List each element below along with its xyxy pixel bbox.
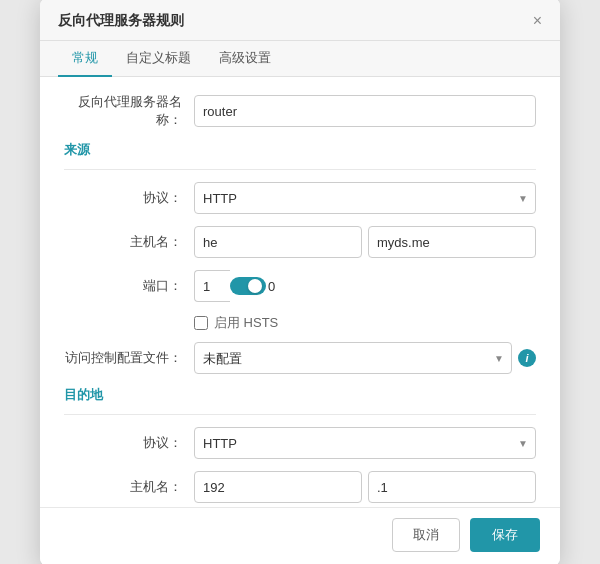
dest-hostname-label: 主机名： <box>64 478 194 496</box>
dest-hostname-input1[interactable] <box>194 471 362 503</box>
hsts-checkbox[interactable] <box>194 316 208 330</box>
dialog-body: 反向代理服务器名称： 来源 协议： HTTP HTTPS ▼ <box>40 77 560 507</box>
dest-protocol-control: HTTP HTTPS ▼ <box>194 427 536 459</box>
dialog-title: 反向代理服务器规则 <box>58 12 184 40</box>
source-protocol-select-wrapper: HTTP HTTPS ▼ <box>194 182 536 214</box>
tab-advanced[interactable]: 高级设置 <box>205 41 285 77</box>
access-control-label: 访问控制配置文件： <box>64 349 194 367</box>
access-control-group: 未配置 ▼ i <box>194 342 536 374</box>
access-control-control: 未配置 ▼ i <box>194 342 536 374</box>
dialog-footer: 取消 保存 <box>40 507 560 564</box>
toggle-track <box>230 277 266 295</box>
dest-hostname-control <box>194 471 536 503</box>
source-hostname-control <box>194 226 536 258</box>
dialog-header: 反向代理服务器规则 × <box>40 0 560 41</box>
access-select[interactable]: 未配置 <box>194 342 512 374</box>
server-name-label: 反向代理服务器名称： <box>64 93 194 129</box>
dest-protocol-select[interactable]: HTTP HTTPS <box>194 427 536 459</box>
dest-protocol-label: 协议： <box>64 434 194 452</box>
source-protocol-select[interactable]: HTTP HTTPS <box>194 182 536 214</box>
toggle-thumb <box>248 279 262 293</box>
source-port-row: 端口： 0 <box>64 270 536 302</box>
reverse-proxy-dialog: 反向代理服务器规则 × 常规 自定义标题 高级设置 反向代理服务器名称： 来源 … <box>40 0 560 564</box>
source-port-suffix: 0 <box>266 279 275 294</box>
dest-section-title: 目的地 <box>64 386 536 404</box>
hsts-row: 启用 HSTS <box>194 314 536 332</box>
access-control-row: 访问控制配置文件： 未配置 ▼ i <box>64 342 536 374</box>
close-button[interactable]: × <box>533 13 542 39</box>
dest-divider <box>64 414 536 415</box>
tab-bar: 常规 自定义标题 高级设置 <box>40 41 560 77</box>
tab-custom-header[interactable]: 自定义标题 <box>112 41 205 77</box>
source-divider <box>64 169 536 170</box>
server-name-input[interactable] <box>194 95 536 127</box>
source-port-control: 0 <box>194 270 536 302</box>
source-protocol-control: HTTP HTTPS ▼ <box>194 182 536 214</box>
source-hostname-input1[interactable] <box>194 226 362 258</box>
save-button[interactable]: 保存 <box>470 518 540 552</box>
source-protocol-label: 协议： <box>64 189 194 207</box>
access-info-icon[interactable]: i <box>518 349 536 367</box>
dest-protocol-row: 协议： HTTP HTTPS ▼ <box>64 427 536 459</box>
access-select-wrapper: 未配置 ▼ <box>194 342 512 374</box>
hsts-label: 启用 HSTS <box>194 314 278 332</box>
cancel-button[interactable]: 取消 <box>392 518 460 552</box>
server-name-control <box>194 95 536 127</box>
dest-hostname-pair <box>194 471 536 503</box>
dest-hostname-row: 主机名： <box>64 471 536 503</box>
tab-general[interactable]: 常规 <box>58 41 112 77</box>
source-hostname-label: 主机名： <box>64 233 194 251</box>
dest-protocol-select-wrapper: HTTP HTTPS ▼ <box>194 427 536 459</box>
source-port-toggle-row: 0 <box>194 270 536 302</box>
source-hostname-row: 主机名： <box>64 226 536 258</box>
source-port-toggle[interactable] <box>230 277 266 295</box>
server-name-row: 反向代理服务器名称： <box>64 93 536 129</box>
source-port-label: 端口： <box>64 277 194 295</box>
source-hostname-pair <box>194 226 536 258</box>
source-section-title: 来源 <box>64 141 536 159</box>
hsts-label-text: 启用 HSTS <box>214 314 278 332</box>
source-hostname-input2[interactable] <box>368 226 536 258</box>
source-port-input[interactable] <box>194 270 230 302</box>
dest-hostname-input2[interactable] <box>368 471 536 503</box>
source-protocol-row: 协议： HTTP HTTPS ▼ <box>64 182 536 214</box>
